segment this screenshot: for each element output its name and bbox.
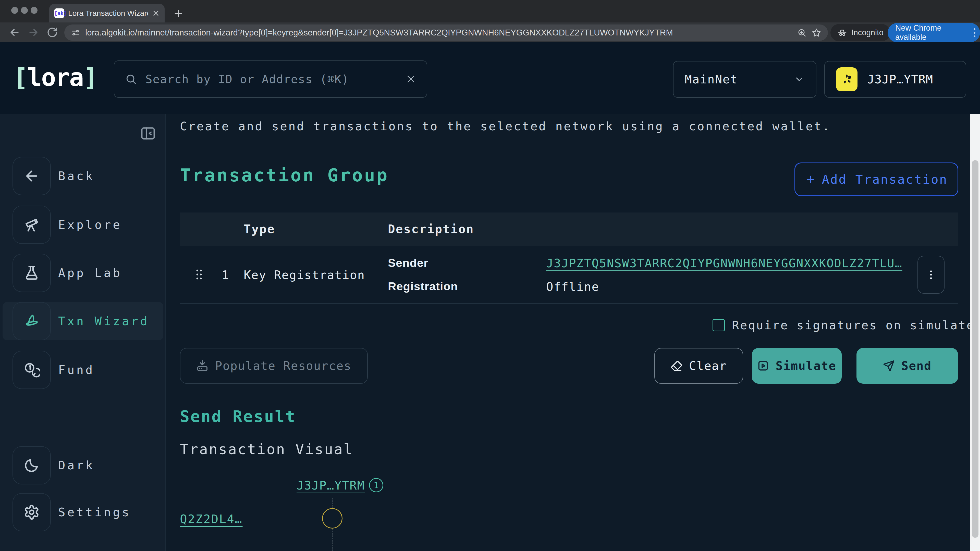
sidebar-item-settings[interactable]: Settings — [0, 493, 166, 531]
play-square-icon — [757, 360, 769, 372]
sidebar-item-label: Txn Wizard — [58, 302, 149, 340]
site-info-icon[interactable] — [71, 28, 80, 37]
network-label: MainNet — [685, 73, 738, 86]
download-icon — [196, 360, 208, 372]
sender-address-link[interactable]: J3JPZTQ5NSW3TARRC2QIYPGNWNH6NEYGGNXXKODL… — [546, 256, 902, 270]
visual-txn-id-link[interactable]: Q2Z2DL4… — [180, 512, 243, 526]
logo-bracket-close: ] — [83, 63, 97, 92]
chrome-update-button[interactable]: New Chrome available — [888, 23, 980, 42]
send-plane-icon — [883, 360, 895, 372]
gear-icon — [13, 493, 51, 531]
visual-txn-node[interactable] — [322, 508, 342, 529]
send-button[interactable]: Send — [856, 348, 958, 384]
new-tab-button[interactable] — [172, 6, 185, 21]
populate-resources-label: Populate Resources — [215, 359, 352, 373]
screen: [ak] Lora Transaction Wizard main lora.a… — [0, 0, 980, 551]
sidebar-item-label: App Lab — [58, 254, 122, 292]
lora-logo[interactable]: [lora] — [13, 65, 97, 90]
transaction-visual-title: Transaction Visual — [180, 441, 353, 457]
tab-favicon: [ak] — [54, 8, 64, 18]
column-type: Type — [244, 213, 275, 246]
window-close-button[interactable] — [11, 7, 18, 14]
wizard-hat-icon — [13, 302, 51, 340]
eraser-icon — [671, 360, 682, 372]
url-text: lora.algokit.io/mainnet/transaction-wiza… — [85, 28, 792, 38]
add-transaction-button[interactable]: Add Transaction — [794, 162, 958, 196]
column-description: Description — [388, 213, 474, 246]
telescope-icon — [13, 206, 51, 244]
row-type: Key Registration — [244, 268, 365, 282]
registration-value: Offline — [546, 280, 599, 294]
sidebar-item-explore[interactable]: Explore — [0, 206, 166, 244]
simulate-label: Simulate — [776, 359, 836, 373]
incognito-icon — [837, 27, 847, 38]
sidebar-item-label: Fund — [58, 351, 95, 389]
transaction-group-title: Transaction Group — [180, 165, 389, 186]
incognito-badge: Incognito — [830, 24, 890, 41]
forward-icon[interactable] — [27, 25, 40, 39]
registration-label: Registration — [388, 280, 458, 293]
chrome-menu-icon[interactable] — [974, 28, 975, 37]
network-select[interactable]: MainNet — [673, 61, 816, 98]
moon-icon — [13, 446, 51, 484]
flask-icon — [13, 254, 51, 292]
tab-title: Lora Transaction Wizard main — [68, 9, 148, 17]
visual-account-badge: 1 — [369, 478, 383, 492]
window-zoom-button[interactable] — [30, 7, 38, 14]
row-index: 1 — [222, 268, 229, 282]
sidebar-item-app-lab[interactable]: App Lab — [0, 254, 166, 292]
sidebar-item-txn-wizard[interactable]: Txn Wizard — [3, 302, 163, 340]
require-signatures-checkbox[interactable] — [713, 319, 725, 331]
simulate-button[interactable]: Simulate — [752, 348, 842, 384]
populate-resources-button[interactable]: Populate Resources — [180, 348, 368, 384]
row-menu-button[interactable] — [918, 256, 945, 294]
address-bar[interactable]: lora.algokit.io/mainnet/transaction-wiza… — [64, 24, 828, 41]
chrome-update-label: New Chrome available — [895, 24, 969, 42]
tab-strip: [ak] Lora Transaction Wizard main — [0, 0, 980, 22]
sidebar-item-dark-mode[interactable]: Dark — [0, 446, 166, 484]
sidebar-collapse-icon[interactable] — [139, 124, 157, 143]
search-clear-icon[interactable] — [406, 74, 416, 84]
chevron-down-icon — [794, 74, 805, 85]
back-icon[interactable] — [8, 25, 21, 39]
incognito-label: Incognito — [851, 28, 883, 37]
zoom-page-icon[interactable] — [797, 28, 807, 37]
sidebar-item-label: Dark — [58, 446, 95, 484]
sidebar-item-label: Back — [58, 157, 95, 195]
bookmark-star-icon[interactable] — [811, 28, 821, 38]
sidebar-item-back[interactable]: Back — [0, 157, 166, 195]
scrollbar-thumb[interactable] — [972, 160, 978, 538]
sidebar-item-label: Settings — [58, 493, 131, 531]
arrow-left-icon — [13, 157, 51, 195]
table-header: Type Description — [180, 213, 958, 246]
clear-button[interactable]: Clear — [654, 348, 743, 384]
page-intro: Create and send transactions to the sele… — [180, 119, 831, 133]
send-label: Send — [901, 359, 932, 373]
table-row: 1 Key Registration Sender J3JPZTQ5NSW3TA… — [180, 246, 958, 304]
sidebar-item-fund[interactable]: Fund — [0, 351, 166, 389]
tab-close-icon[interactable] — [152, 10, 159, 17]
browser-tab[interactable]: [ak] Lora Transaction Wizard main — [49, 4, 165, 22]
plus-icon — [805, 174, 816, 185]
logo-text: lora — [27, 63, 83, 92]
logo-bracket-open: [ — [13, 63, 27, 92]
wallet-button[interactable]: J3JP…YTRM — [824, 61, 966, 98]
search-input[interactable] — [145, 73, 398, 86]
wallet-provider-icon — [836, 67, 858, 91]
require-signatures-label: Require signatures on simulate — [732, 319, 975, 331]
wallet-address: J3JP…YTRM — [867, 73, 933, 86]
clear-label: Clear — [689, 359, 727, 373]
window-minimize-button[interactable] — [21, 7, 28, 14]
add-transaction-label: Add Transaction — [822, 172, 948, 186]
sidebar-item-label: Explore — [58, 206, 122, 244]
send-result-title: Send Result — [180, 407, 296, 426]
search-box[interactable] — [114, 60, 427, 98]
sender-label: Sender — [388, 256, 428, 270]
reload-icon[interactable] — [45, 25, 59, 39]
coins-icon — [13, 351, 51, 389]
drag-handle-icon[interactable] — [192, 268, 206, 281]
search-icon — [125, 73, 137, 85]
visual-account-link[interactable]: J3JP…YTRM — [297, 478, 365, 492]
